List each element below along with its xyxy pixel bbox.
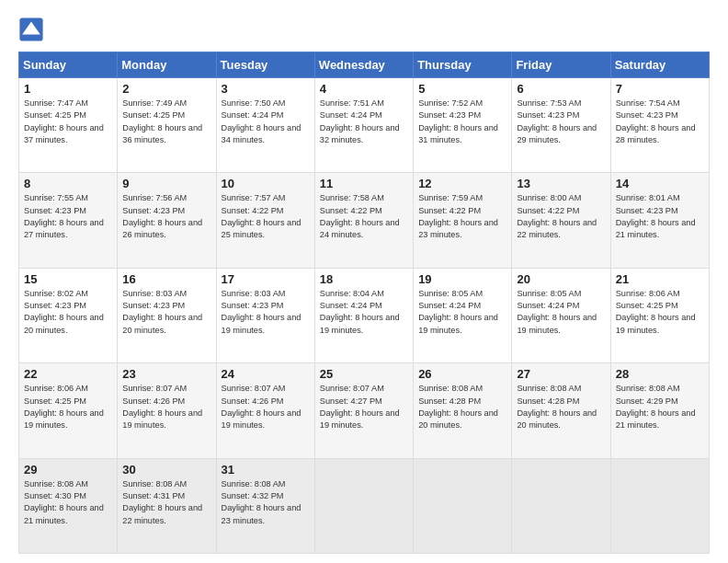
day-number: 2 <box>122 82 210 96</box>
calendar-cell: 12Sunrise: 7:59 AM Sunset: 4:22 PM Dayli… <box>414 173 512 268</box>
calendar-week-row: 22Sunrise: 8:06 AM Sunset: 4:25 PM Dayli… <box>19 363 710 458</box>
day-number: 23 <box>122 367 210 381</box>
calendar-cell: 5Sunrise: 7:52 AM Sunset: 4:23 PM Daylig… <box>414 78 512 173</box>
day-number: 26 <box>418 367 506 381</box>
calendar-table: SundayMondayTuesdayWednesdayThursdayFrid… <box>18 52 710 554</box>
calendar-week-row: 15Sunrise: 8:02 AM Sunset: 4:23 PM Dayli… <box>19 268 710 362</box>
calendar-cell: 9Sunrise: 7:56 AM Sunset: 4:23 PM Daylig… <box>118 173 216 268</box>
day-number: 12 <box>418 177 506 190</box>
calendar-cell: 21Sunrise: 8:06 AM Sunset: 4:25 PM Dayli… <box>610 268 709 362</box>
calendar-cell: 2Sunrise: 7:49 AM Sunset: 4:25 PM Daylig… <box>118 78 216 173</box>
calendar-cell: 10Sunrise: 7:57 AM Sunset: 4:22 PM Dayli… <box>216 173 314 268</box>
day-number: 16 <box>122 272 210 286</box>
calendar-week-row: 8Sunrise: 7:55 AM Sunset: 4:23 PM Daylig… <box>19 173 710 268</box>
day-number: 19 <box>418 272 506 286</box>
cell-text: Sunrise: 8:06 AM Sunset: 4:25 PM Dayligh… <box>24 383 112 431</box>
calendar-day-header: Tuesday <box>216 52 314 78</box>
day-number: 22 <box>24 367 112 381</box>
cell-text: Sunrise: 8:07 AM Sunset: 4:26 PM Dayligh… <box>122 383 210 431</box>
calendar-cell: 16Sunrise: 8:03 AM Sunset: 4:23 PM Dayli… <box>118 268 216 362</box>
calendar-cell: 8Sunrise: 7:55 AM Sunset: 4:23 PM Daylig… <box>19 173 118 268</box>
calendar-day-header: Monday <box>118 52 216 78</box>
calendar-cell: 7Sunrise: 7:54 AM Sunset: 4:23 PM Daylig… <box>610 78 709 173</box>
calendar-cell: 4Sunrise: 7:51 AM Sunset: 4:24 PM Daylig… <box>314 78 413 173</box>
day-number: 9 <box>122 177 210 190</box>
cell-text: Sunrise: 7:51 AM Sunset: 4:24 PM Dayligh… <box>320 98 408 146</box>
calendar-cell: 1Sunrise: 7:47 AM Sunset: 4:25 PM Daylig… <box>19 78 118 173</box>
calendar-cell: 25Sunrise: 8:07 AM Sunset: 4:27 PM Dayli… <box>314 363 413 458</box>
calendar-cell: 27Sunrise: 8:08 AM Sunset: 4:28 PM Dayli… <box>512 363 610 458</box>
logo <box>18 17 48 42</box>
calendar-cell: 24Sunrise: 8:07 AM Sunset: 4:26 PM Dayli… <box>216 363 314 458</box>
cell-text: Sunrise: 7:54 AM Sunset: 4:23 PM Dayligh… <box>616 98 704 146</box>
calendar-cell: 19Sunrise: 8:05 AM Sunset: 4:24 PM Dayli… <box>414 268 512 362</box>
page: SundayMondayTuesdayWednesdayThursdayFrid… <box>0 0 728 563</box>
calendar-cell: 11Sunrise: 7:58 AM Sunset: 4:22 PM Dayli… <box>314 173 413 268</box>
calendar-cell: 13Sunrise: 8:00 AM Sunset: 4:22 PM Dayli… <box>512 173 610 268</box>
calendar-cell: 3Sunrise: 7:50 AM Sunset: 4:24 PM Daylig… <box>216 78 314 173</box>
day-number: 5 <box>418 82 506 96</box>
cell-text: Sunrise: 8:08 AM Sunset: 4:28 PM Dayligh… <box>517 383 605 431</box>
cell-text: Sunrise: 8:03 AM Sunset: 4:23 PM Dayligh… <box>122 288 210 337</box>
cell-text: Sunrise: 7:52 AM Sunset: 4:23 PM Dayligh… <box>418 98 506 146</box>
calendar-cell: 29Sunrise: 8:08 AM Sunset: 4:30 PM Dayli… <box>19 458 118 553</box>
calendar-day-header: Wednesday <box>314 52 413 78</box>
day-number: 1 <box>24 82 112 96</box>
calendar-cell: 31Sunrise: 8:08 AM Sunset: 4:32 PM Dayli… <box>216 458 314 553</box>
cell-text: Sunrise: 8:05 AM Sunset: 4:24 PM Dayligh… <box>418 288 506 337</box>
cell-text: Sunrise: 7:50 AM Sunset: 4:24 PM Dayligh… <box>222 98 310 146</box>
calendar-cell: 26Sunrise: 8:08 AM Sunset: 4:28 PM Dayli… <box>414 363 512 458</box>
calendar-cell: 20Sunrise: 8:05 AM Sunset: 4:24 PM Dayli… <box>512 268 610 362</box>
cell-text: Sunrise: 8:05 AM Sunset: 4:24 PM Dayligh… <box>517 288 605 337</box>
day-number: 27 <box>517 367 605 381</box>
cell-text: Sunrise: 7:58 AM Sunset: 4:22 PM Dayligh… <box>320 192 408 241</box>
day-number: 20 <box>517 272 605 286</box>
day-number: 18 <box>320 272 408 286</box>
calendar-day-header: Friday <box>512 52 610 78</box>
calendar-cell <box>512 458 610 553</box>
day-number: 24 <box>222 367 310 381</box>
cell-text: Sunrise: 8:07 AM Sunset: 4:27 PM Dayligh… <box>320 383 408 431</box>
calendar-cell: 28Sunrise: 8:08 AM Sunset: 4:29 PM Dayli… <box>610 363 709 458</box>
day-number: 29 <box>24 463 112 477</box>
day-number: 17 <box>222 272 310 286</box>
cell-text: Sunrise: 7:57 AM Sunset: 4:22 PM Dayligh… <box>222 192 310 241</box>
cell-text: Sunrise: 8:03 AM Sunset: 4:23 PM Dayligh… <box>222 288 310 337</box>
calendar-cell <box>314 458 413 553</box>
day-number: 21 <box>616 272 704 286</box>
calendar-header-row: SundayMondayTuesdayWednesdayThursdayFrid… <box>19 52 710 78</box>
calendar-cell: 22Sunrise: 8:06 AM Sunset: 4:25 PM Dayli… <box>19 363 118 458</box>
day-number: 11 <box>320 177 408 190</box>
cell-text: Sunrise: 8:02 AM Sunset: 4:23 PM Dayligh… <box>24 288 112 337</box>
cell-text: Sunrise: 7:49 AM Sunset: 4:25 PM Dayligh… <box>122 98 210 146</box>
cell-text: Sunrise: 8:08 AM Sunset: 4:30 PM Dayligh… <box>24 478 112 527</box>
day-number: 28 <box>616 367 704 381</box>
calendar-cell <box>414 458 512 553</box>
cell-text: Sunrise: 8:00 AM Sunset: 4:22 PM Dayligh… <box>517 192 605 241</box>
calendar-cell: 6Sunrise: 7:53 AM Sunset: 4:23 PM Daylig… <box>512 78 610 173</box>
day-number: 15 <box>24 272 112 286</box>
calendar-week-row: 1Sunrise: 7:47 AM Sunset: 4:25 PM Daylig… <box>19 78 710 173</box>
logo-icon <box>18 17 44 42</box>
cell-text: Sunrise: 8:01 AM Sunset: 4:23 PM Dayligh… <box>616 192 704 241</box>
calendar-cell <box>610 458 709 553</box>
day-number: 25 <box>320 367 408 381</box>
calendar-cell: 23Sunrise: 8:07 AM Sunset: 4:26 PM Dayli… <box>118 363 216 458</box>
day-number: 13 <box>517 177 605 190</box>
cell-text: Sunrise: 8:06 AM Sunset: 4:25 PM Dayligh… <box>616 288 704 337</box>
calendar-day-header: Saturday <box>610 52 709 78</box>
calendar-day-header: Thursday <box>414 52 512 78</box>
calendar-cell: 15Sunrise: 8:02 AM Sunset: 4:23 PM Dayli… <box>19 268 118 362</box>
calendar-cell: 30Sunrise: 8:08 AM Sunset: 4:31 PM Dayli… <box>118 458 216 553</box>
day-number: 3 <box>222 82 310 96</box>
cell-text: Sunrise: 7:47 AM Sunset: 4:25 PM Dayligh… <box>24 98 112 146</box>
day-number: 8 <box>24 177 112 190</box>
day-number: 14 <box>616 177 704 190</box>
day-number: 6 <box>517 82 605 96</box>
cell-text: Sunrise: 7:59 AM Sunset: 4:22 PM Dayligh… <box>418 192 506 241</box>
cell-text: Sunrise: 8:04 AM Sunset: 4:24 PM Dayligh… <box>320 288 408 337</box>
day-number: 10 <box>222 177 310 190</box>
cell-text: Sunrise: 8:08 AM Sunset: 4:31 PM Dayligh… <box>122 478 210 527</box>
day-number: 30 <box>122 463 210 477</box>
calendar-day-header: Sunday <box>19 52 118 78</box>
